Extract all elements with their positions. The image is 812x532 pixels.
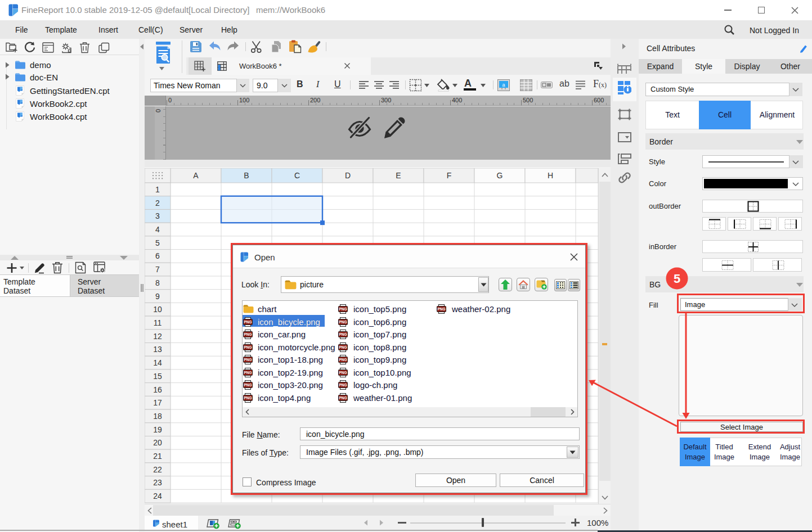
svg-text:9: 9 (155, 292, 160, 301)
svg-text:H: H (548, 171, 553, 180)
svg-text:11: 11 (154, 318, 162, 327)
svg-text:4: 4 (155, 225, 160, 234)
svg-text:21: 21 (153, 452, 162, 461)
svg-text:D: D (345, 171, 351, 180)
svg-text:3: 3 (155, 211, 160, 220)
svg-text:C: C (294, 171, 300, 180)
svg-text:17: 17 (153, 398, 162, 407)
svg-text:8: 8 (155, 278, 160, 287)
svg-text:19: 19 (153, 425, 162, 434)
svg-text:12: 12 (153, 332, 162, 341)
svg-text:10: 10 (153, 305, 162, 314)
svg-text:16: 16 (153, 385, 162, 394)
svg-text:15: 15 (153, 372, 162, 381)
svg-text:18: 18 (153, 412, 162, 421)
svg-text:7: 7 (155, 265, 160, 274)
svg-text:G: G (497, 171, 503, 180)
svg-text:24: 24 (153, 492, 162, 501)
svg-text:14: 14 (153, 358, 162, 367)
svg-text:E: E (396, 171, 401, 180)
svg-text:F: F (447, 171, 452, 180)
svg-text:1: 1 (155, 185, 160, 194)
svg-text:22: 22 (153, 465, 162, 474)
svg-text:5: 5 (155, 238, 160, 247)
svg-text:2: 2 (155, 199, 160, 208)
svg-text:B: B (244, 171, 249, 180)
svg-text:13: 13 (153, 345, 162, 354)
svg-text:23: 23 (153, 478, 162, 487)
svg-text:6: 6 (155, 251, 160, 260)
svg-text:a: a (502, 82, 505, 88)
svg-text:A: A (193, 171, 199, 180)
svg-text:20: 20 (153, 438, 162, 447)
